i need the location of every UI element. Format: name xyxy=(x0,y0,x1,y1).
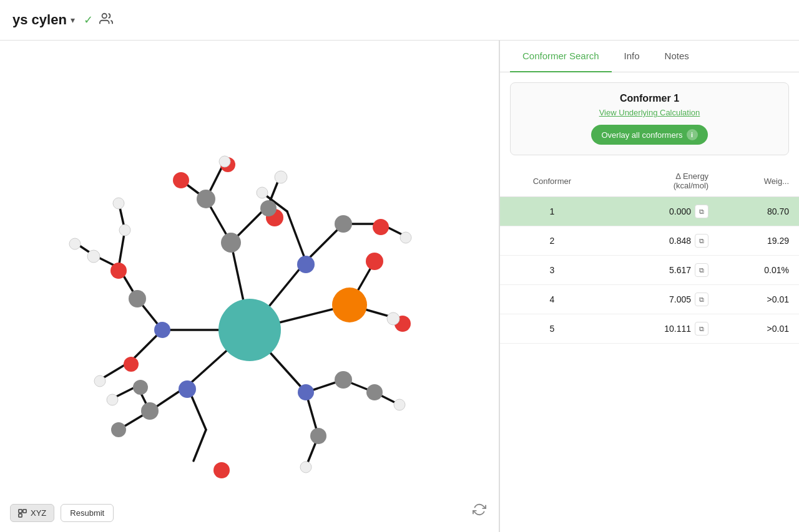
molecule-svg xyxy=(37,80,462,492)
copy-icon[interactable]: ⧉ xyxy=(695,263,708,277)
header: ys cylen ▾ ✓ xyxy=(0,0,799,41)
info-icon[interactable]: i xyxy=(687,129,698,140)
refresh-icon[interactable] xyxy=(473,503,486,520)
svg-point-64 xyxy=(87,250,100,263)
svg-point-54 xyxy=(129,290,146,307)
col-conformer: Conformer xyxy=(500,165,604,197)
conformer-card: Conformer 1 View Underlying Calculation … xyxy=(510,82,789,155)
svg-point-51 xyxy=(221,233,241,253)
users-icon xyxy=(99,12,113,29)
cell-conformer-id: 2 xyxy=(500,226,604,256)
molecule-viewer: XYZ Resubmit xyxy=(0,41,499,532)
svg-point-76 xyxy=(218,299,281,361)
svg-point-38 xyxy=(297,256,315,273)
tab-conformer-search[interactable]: Conformer Search xyxy=(510,41,612,72)
bottom-bar: XYZ Resubmit xyxy=(10,504,114,522)
cell-conformer-id: 1 xyxy=(500,197,604,226)
table-row[interactable]: 510.111⧉>0.01 xyxy=(500,314,799,344)
tab-notes[interactable]: Notes xyxy=(652,41,702,72)
svg-point-59 xyxy=(133,380,148,395)
svg-point-46 xyxy=(110,263,127,279)
check-icon: ✓ xyxy=(84,13,93,27)
cell-conformer-id: 4 xyxy=(500,285,604,314)
svg-point-0 xyxy=(102,13,106,17)
svg-point-55 xyxy=(141,402,159,420)
svg-point-41 xyxy=(154,322,170,338)
main-content: XYZ Resubmit Conformer Search Info xyxy=(0,41,799,532)
copy-icon[interactable]: ⧉ xyxy=(695,293,708,306)
svg-point-45 xyxy=(373,219,389,235)
cell-energy: 5.617⧉ xyxy=(604,256,718,285)
svg-point-66 xyxy=(94,375,105,387)
svg-line-33 xyxy=(194,430,206,461)
tab-bar: Conformer Search Info Notes xyxy=(500,41,799,72)
table-row[interactable]: 20.848⧉19.29 xyxy=(500,226,799,256)
svg-point-73 xyxy=(107,394,118,405)
svg-point-48 xyxy=(124,357,139,372)
table-row[interactable]: 47.005⧉>0.01 xyxy=(500,285,799,314)
svg-point-72 xyxy=(257,187,268,198)
conformer-title: Conformer 1 xyxy=(521,93,778,104)
data-table: Conformer Δ Energy(kcal/mol) Weig... 10.… xyxy=(500,165,799,344)
svg-point-70 xyxy=(69,238,81,249)
cell-conformer-id: 5 xyxy=(500,314,604,344)
cell-energy: 0.848⧉ xyxy=(604,226,718,256)
table-row[interactable]: 10.000⧉80.70 xyxy=(500,197,799,226)
right-panel: Conformer Search Info Notes Conformer 1 … xyxy=(499,41,799,532)
svg-point-69 xyxy=(400,232,411,243)
tab-info[interactable]: Info xyxy=(612,41,652,72)
svg-point-52 xyxy=(197,190,215,208)
svg-point-65 xyxy=(119,225,130,236)
chevron-down-icon[interactable]: ▾ xyxy=(71,15,75,25)
cell-energy: 0.000⧉ xyxy=(604,197,718,226)
view-calc-link[interactable]: View Underlying Calculation xyxy=(521,108,778,117)
svg-point-44 xyxy=(366,253,383,270)
svg-point-68 xyxy=(300,462,311,473)
copy-icon[interactable]: ⧉ xyxy=(695,205,708,218)
copy-icon[interactable]: ⧉ xyxy=(695,322,708,336)
svg-point-53 xyxy=(335,215,352,233)
svg-point-39 xyxy=(179,380,196,398)
cell-weight: >0.01 xyxy=(718,285,799,314)
col-weight: Weig... xyxy=(718,165,799,197)
cell-weight: 80.70 xyxy=(718,197,799,226)
svg-point-75 xyxy=(332,288,367,322)
svg-point-62 xyxy=(275,171,287,183)
cell-conformer-id: 3 xyxy=(500,256,604,285)
overlay-all-button[interactable]: Overlay all conformers i xyxy=(591,125,707,145)
svg-point-71 xyxy=(113,198,124,209)
cell-energy: 10.111⧉ xyxy=(604,314,718,344)
svg-point-56 xyxy=(335,371,352,389)
xyz-label: XYZ xyxy=(31,508,46,518)
conformer-table: Conformer Δ Energy(kcal/mol) Weig... 10.… xyxy=(500,165,799,532)
cell-weight: >0.01 xyxy=(718,314,799,344)
svg-point-67 xyxy=(394,399,405,410)
cell-weight: 19.29 xyxy=(718,226,799,256)
svg-line-11 xyxy=(287,211,306,261)
svg-point-47 xyxy=(213,462,230,478)
table-row[interactable]: 35.617⧉0.01% xyxy=(500,256,799,285)
xyz-button[interactable]: XYZ xyxy=(10,504,54,522)
svg-point-61 xyxy=(310,428,326,444)
svg-point-58 xyxy=(111,422,126,437)
resubmit-button[interactable]: Resubmit xyxy=(61,504,114,522)
svg-point-57 xyxy=(366,384,383,400)
page-title: ys cylen xyxy=(12,12,67,28)
svg-point-43 xyxy=(173,172,189,188)
copy-icon[interactable]: ⧉ xyxy=(695,234,708,248)
cell-energy: 7.005⧉ xyxy=(604,285,718,314)
svg-point-63 xyxy=(219,156,230,167)
svg-rect-79 xyxy=(19,513,22,516)
table-header-row: Conformer Δ Energy(kcal/mol) Weig... xyxy=(500,165,799,197)
svg-point-60 xyxy=(260,200,277,216)
col-energy: Δ Energy(kcal/mol) xyxy=(604,165,718,197)
svg-point-40 xyxy=(298,384,314,400)
svg-rect-78 xyxy=(23,509,26,512)
svg-rect-77 xyxy=(19,509,22,512)
cell-weight: 0.01% xyxy=(718,256,799,285)
svg-point-74 xyxy=(387,312,400,325)
molecule-canvas xyxy=(37,80,462,492)
